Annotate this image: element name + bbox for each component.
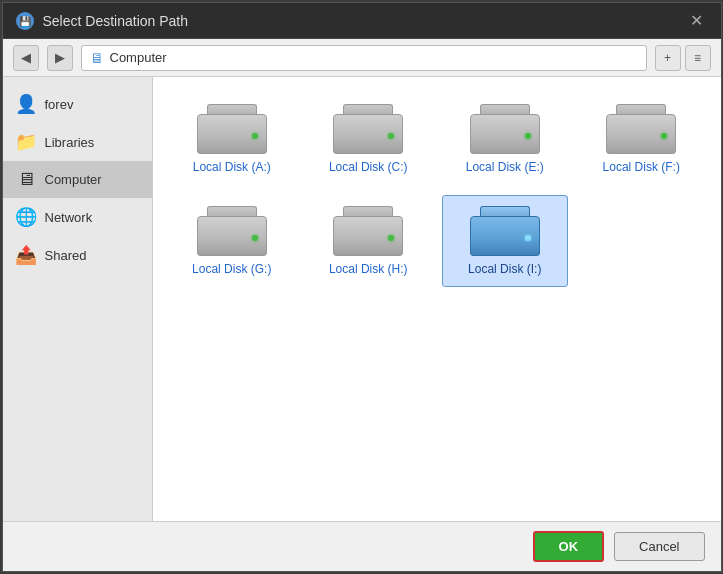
disk-item-f[interactable]: Local Disk (F:) [578, 93, 705, 185]
disk-visual-a [197, 104, 267, 154]
shared-icon: 📤 [15, 244, 37, 266]
view-button[interactable]: ≡ [685, 45, 711, 71]
computer-icon: 🖥 [90, 50, 104, 66]
breadcrumb: 🖥 Computer [81, 45, 647, 71]
sidebar-label-libraries: Libraries [45, 135, 95, 150]
disk-item-a[interactable]: Local Disk (A:) [169, 93, 296, 185]
breadcrumb-text: Computer [110, 50, 167, 65]
disk-visual-e [470, 104, 540, 154]
sidebar-label-network: Network [45, 210, 93, 225]
disk-visual-g [197, 206, 267, 256]
dialog-title: Select Destination Path [43, 13, 189, 29]
network-icon: 🌐 [15, 206, 37, 228]
title-bar: 💾 Select Destination Path ✕ [3, 3, 721, 39]
close-button[interactable]: ✕ [685, 9, 709, 33]
main-panel: Local Disk (A:) Local Disk (C:) [153, 77, 721, 521]
disk-visual-f [606, 104, 676, 154]
disk-label-a: Local Disk (A:) [193, 160, 271, 174]
disk-visual-h [333, 206, 403, 256]
disk-visual-i [470, 206, 540, 256]
disk-label-i: Local Disk (I:) [468, 262, 541, 276]
sidebar-item-computer[interactable]: 🖥 Computer [3, 161, 152, 198]
computer-nav-icon: 🖥 [15, 169, 37, 190]
dialog: 💾 Select Destination Path ✕ ◀ ▶ 🖥 Comput… [2, 2, 722, 572]
disk-item-g[interactable]: Local Disk (G:) [169, 195, 296, 287]
sidebar-item-shared[interactable]: 📤 Shared [3, 236, 152, 274]
sidebar-label-computer: Computer [45, 172, 102, 187]
disk-visual-c [333, 104, 403, 154]
disk-item-c[interactable]: Local Disk (C:) [305, 93, 432, 185]
back-button[interactable]: ◀ [13, 45, 39, 71]
ok-button[interactable]: OK [533, 531, 605, 562]
cancel-button[interactable]: Cancel [614, 532, 704, 561]
disk-label-g: Local Disk (G:) [192, 262, 271, 276]
sidebar-item-network[interactable]: 🌐 Network [3, 198, 152, 236]
sidebar-item-libraries[interactable]: 📁 Libraries [3, 123, 152, 161]
user-icon: 👤 [15, 93, 37, 115]
sidebar-item-forev[interactable]: 👤 forev [3, 85, 152, 123]
svg-text:💾: 💾 [19, 15, 32, 28]
disk-item-e[interactable]: Local Disk (E:) [442, 93, 569, 185]
disk-item-h[interactable]: Local Disk (H:) [305, 195, 432, 287]
content-area: 👤 forev 📁 Libraries 🖥 Computer 🌐 Network… [3, 77, 721, 521]
libraries-icon: 📁 [15, 131, 37, 153]
disk-label-c: Local Disk (C:) [329, 160, 408, 174]
disk-grid: Local Disk (A:) Local Disk (C:) [169, 93, 705, 287]
disk-label-e: Local Disk (E:) [466, 160, 544, 174]
forward-button[interactable]: ▶ [47, 45, 73, 71]
dialog-icon: 💾 [15, 11, 35, 31]
bottom-bar: OK Cancel [3, 521, 721, 571]
disk-item-i[interactable]: Local Disk (I:) [442, 195, 569, 287]
toolbar: ◀ ▶ 🖥 Computer + ≡ [3, 39, 721, 77]
add-button[interactable]: + [655, 45, 681, 71]
sidebar: 👤 forev 📁 Libraries 🖥 Computer 🌐 Network… [3, 77, 153, 521]
sidebar-label-shared: Shared [45, 248, 87, 263]
sidebar-label-forev: forev [45, 97, 74, 112]
disk-label-f: Local Disk (F:) [603, 160, 680, 174]
disk-label-h: Local Disk (H:) [329, 262, 408, 276]
